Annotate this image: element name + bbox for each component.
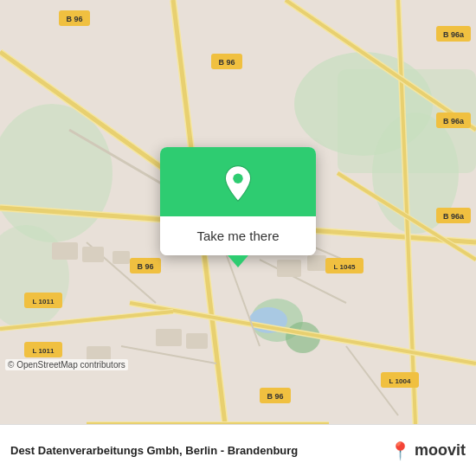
map-container: B 96 B 96a B 96a B 96a B 96 B 96 B 96 L …	[0, 0, 476, 424]
svg-rect-39	[156, 329, 182, 346]
svg-rect-35	[82, 247, 104, 262]
svg-text:L 1011: L 1011	[33, 298, 55, 306]
moovit-logo: moovit	[415, 441, 466, 460]
svg-rect-37	[277, 260, 301, 277]
svg-rect-34	[52, 242, 78, 260]
popup-card: Take me there	[160, 147, 316, 255]
svg-text:L 1045: L 1045	[334, 263, 356, 271]
svg-text:B 96a: B 96a	[443, 117, 465, 125]
moovit-pin-icon: 📍	[389, 441, 411, 461]
footer-logo: 📍 moovit	[389, 441, 466, 461]
take-me-there-button[interactable]: Take me there	[160, 216, 316, 255]
svg-text:B 96: B 96	[137, 262, 153, 271]
svg-rect-40	[186, 333, 208, 349]
svg-rect-38	[307, 255, 326, 271]
svg-text:B 96: B 96	[66, 15, 82, 23]
footer: Dest Datenverarbeitungs Gmbh, Berlin - B…	[0, 424, 476, 476]
popup-header	[160, 147, 316, 216]
popup-arrow	[228, 255, 248, 267]
svg-text:B 96a: B 96a	[443, 212, 465, 221]
svg-text:L 1004: L 1004	[389, 377, 411, 385]
svg-text:L 1011: L 1011	[33, 347, 55, 355]
footer-info: Dest Datenverarbeitungs Gmbh, Berlin - B…	[10, 444, 298, 457]
svg-text:B 96a: B 96a	[443, 30, 465, 39]
svg-text:B 96: B 96	[218, 58, 235, 67]
svg-point-64	[233, 174, 242, 183]
svg-rect-36	[113, 251, 130, 264]
location-pin-icon	[219, 164, 257, 203]
osm-credit: © OpenStreetMap contributors	[5, 359, 128, 370]
svg-text:B 96: B 96	[267, 392, 283, 401]
footer-title: Dest Datenverarbeitungs Gmbh, Berlin - B…	[10, 444, 298, 457]
